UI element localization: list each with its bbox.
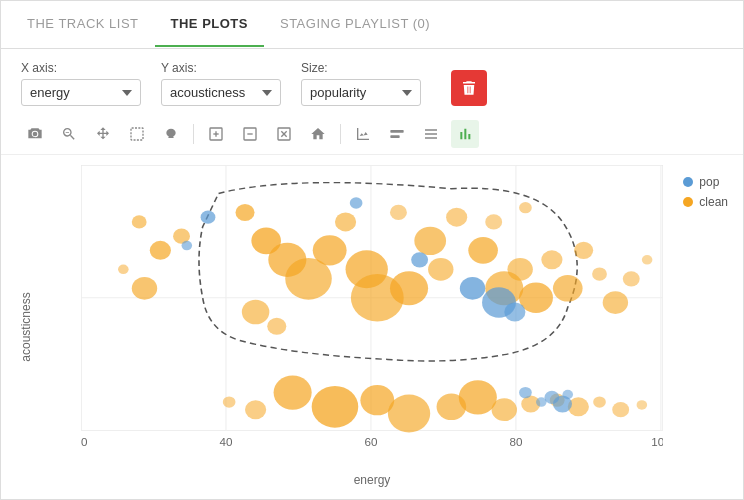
add-tool[interactable]	[202, 120, 230, 148]
compare-tool[interactable]	[417, 120, 445, 148]
top-nav: THE TRACK LIST THE PLOTS STAGING PLAYLIS…	[1, 1, 743, 49]
svg-point-65	[459, 380, 497, 414]
remove-tool[interactable]	[236, 120, 264, 148]
pan-tool[interactable]	[89, 120, 117, 148]
toolbar	[1, 114, 743, 155]
add-icon	[208, 126, 224, 142]
tab-staging[interactable]: STAGING PLAYLIST (0)	[264, 2, 446, 47]
delete-button[interactable]	[451, 70, 487, 106]
svg-point-52	[485, 214, 502, 229]
svg-point-86	[562, 390, 573, 399]
svg-point-36	[313, 235, 347, 265]
svg-point-29	[118, 265, 129, 274]
svg-point-54	[553, 275, 583, 302]
controls-row: X axis: energy acousticness danceability…	[1, 49, 743, 114]
box-select-icon	[129, 126, 145, 142]
svg-point-60	[274, 376, 312, 410]
pan-icon	[95, 126, 111, 142]
svg-point-63	[388, 395, 430, 433]
svg-point-79	[460, 277, 485, 300]
zoom-icon	[61, 126, 77, 142]
svg-point-74	[223, 396, 236, 407]
svg-point-41	[390, 271, 428, 305]
spike-tool[interactable]	[349, 120, 377, 148]
scatter-plot: 100 50 0 20 40 60 80 100	[81, 165, 663, 459]
svg-point-76	[182, 241, 193, 250]
svg-point-45	[242, 300, 270, 325]
lasso-icon	[163, 126, 179, 142]
svg-point-49	[507, 258, 532, 281]
toggle-tool[interactable]	[270, 120, 298, 148]
svg-point-59	[642, 255, 653, 264]
toggle-icon	[276, 126, 292, 142]
svg-point-57	[603, 291, 628, 314]
svg-point-46	[267, 318, 286, 335]
svg-point-47	[468, 237, 498, 264]
svg-text:80: 80	[509, 436, 522, 447]
hover-closest-tool[interactable]	[383, 120, 411, 148]
chart-legend: pop clean	[683, 175, 728, 209]
chart-area: acousticness 100 50	[1, 155, 743, 499]
svg-point-81	[504, 303, 525, 322]
lasso-tool[interactable]	[157, 120, 185, 148]
svg-point-82	[519, 387, 532, 398]
legend-item-clean: clean	[683, 195, 728, 209]
svg-point-31	[132, 277, 157, 300]
zoom-tool[interactable]	[55, 120, 83, 148]
svg-rect-0	[131, 128, 143, 140]
legend-label-clean: clean	[699, 195, 728, 209]
yaxis-select[interactable]: acousticness energy danceability livenes…	[161, 79, 281, 106]
y-axis-label: acousticness	[19, 292, 33, 361]
separator-1	[193, 124, 194, 144]
svg-text:100: 100	[651, 436, 663, 447]
camera-tool[interactable]	[21, 120, 49, 148]
svg-point-40	[390, 205, 407, 220]
svg-rect-9	[390, 130, 403, 133]
box-select-tool[interactable]	[123, 120, 151, 148]
legend-label-pop: pop	[699, 175, 719, 189]
svg-point-70	[593, 396, 606, 407]
spike-icon	[355, 126, 371, 142]
hover-closest-icon	[389, 126, 405, 142]
size-control: Size: popularity energy acousticness dan…	[301, 61, 421, 106]
legend-item-pop: pop	[683, 175, 728, 189]
svg-point-77	[350, 197, 363, 208]
svg-point-56	[592, 267, 607, 280]
home-icon	[310, 126, 326, 142]
svg-point-42	[414, 227, 446, 255]
svg-point-72	[637, 400, 648, 409]
bar-chart-tool[interactable]	[451, 120, 479, 148]
svg-point-28	[150, 241, 171, 260]
tab-plots[interactable]: THE PLOTS	[155, 2, 264, 47]
xaxis-control: X axis: energy acousticness danceability…	[21, 61, 141, 106]
xaxis-label: X axis:	[21, 61, 141, 75]
svg-point-53	[519, 202, 532, 213]
svg-point-37	[335, 212, 356, 231]
svg-point-55	[574, 242, 593, 259]
yaxis-control: Y axis: acousticness energy danceability…	[161, 61, 281, 106]
app-container: THE TRACK LIST THE PLOTS STAGING PLAYLIS…	[0, 0, 744, 500]
home-tool[interactable]	[304, 120, 332, 148]
svg-point-71	[612, 402, 629, 417]
svg-point-61	[312, 386, 359, 428]
svg-text:20: 20	[81, 436, 87, 447]
svg-text:40: 40	[219, 436, 232, 447]
svg-point-75	[201, 211, 216, 224]
tab-track-list[interactable]: THE TRACK LIST	[11, 2, 155, 47]
camera-icon	[27, 126, 43, 142]
svg-point-58	[623, 271, 640, 286]
bar-chart-icon	[457, 126, 473, 142]
compare-icon	[423, 126, 439, 142]
svg-point-78	[411, 252, 428, 267]
separator-2	[340, 124, 341, 144]
yaxis-label: Y axis:	[161, 61, 281, 75]
svg-text:60: 60	[364, 436, 377, 447]
trash-icon	[460, 79, 478, 97]
size-select[interactable]: popularity energy acousticness danceabil…	[301, 79, 421, 106]
size-label: Size:	[301, 61, 421, 75]
svg-point-32	[235, 204, 254, 221]
svg-point-73	[245, 400, 266, 419]
xaxis-select[interactable]: energy acousticness danceability livenes…	[21, 79, 141, 106]
svg-rect-10	[390, 135, 399, 138]
legend-dot-pop	[683, 177, 693, 187]
